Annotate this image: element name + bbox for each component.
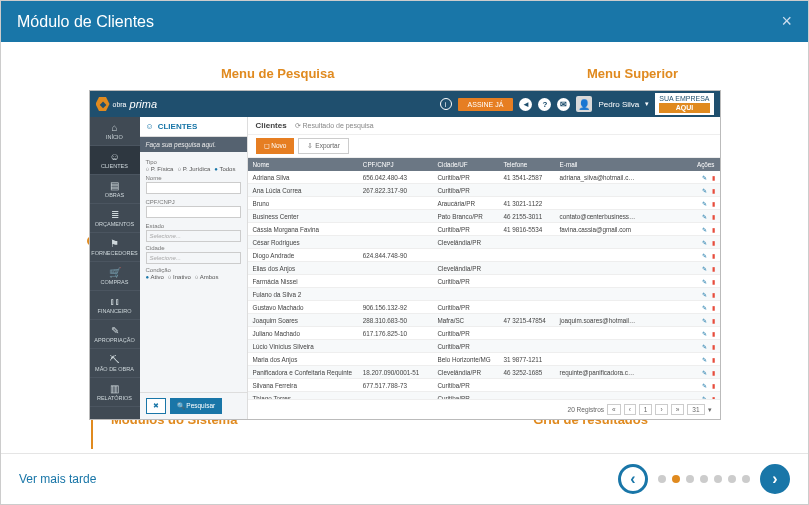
edit-icon[interactable]: ✎ [700,239,707,246]
chevron-down-icon[interactable]: ▾ [708,406,712,414]
column-header-cidade[interactable]: Cidade/UF [433,158,499,171]
edit-icon[interactable]: ✎ [700,278,707,285]
sidebar-item-apropriação[interactable]: ✎APROPRIAÇÃO [90,320,140,349]
radio-option[interactable]: Ambos [195,274,219,280]
tour-dot[interactable] [714,475,722,483]
delete-icon[interactable]: ▮ [708,252,715,259]
delete-icon[interactable]: ▮ [708,200,715,207]
table-row[interactable]: Gustavo Machado906.156.132-92Curitiba/PR… [248,301,720,314]
edit-icon[interactable]: ✎ [700,200,707,207]
company-badge[interactable]: SUA EMPRESA AQUI [655,93,713,115]
table-row[interactable]: Thiago TorresCuritiba/PR✎▮ [248,392,720,400]
delete-icon[interactable]: ▮ [708,291,715,298]
avatar[interactable]: 👤 [576,96,592,112]
table-row[interactable]: BrunoAraucária/PR41 3021-1122✎▮ [248,197,720,210]
delete-icon[interactable]: ▮ [708,226,715,233]
tour-prev-button[interactable]: ‹ [618,464,648,494]
table-row[interactable]: Cássia Morgana FavinaCuritiba/PR41 9816-… [248,223,720,236]
table-row[interactable]: Farmácia NisseiCuritiba/PR✎▮ [248,275,720,288]
table-row[interactable]: Silvana Ferreira677.517.788-73Curitiba/P… [248,379,720,392]
column-header-email[interactable]: E-mail [555,158,666,171]
delete-icon[interactable]: ▮ [708,213,715,220]
sidebar-item-financeiro[interactable]: ⫾⫾FINANCEIRO [90,291,140,320]
sidebar-item-fornecedores[interactable]: ⚑FORNECEDORES [90,233,140,262]
table-row[interactable]: Lúcio Vinícius SilveiraCuritiba/PR✎▮ [248,340,720,353]
cidade-select[interactable]: Selecione... [146,252,241,264]
info-icon[interactable]: i [440,98,452,110]
pager-prev[interactable]: ‹ [624,404,636,415]
column-header-telefone[interactable]: Telefone [498,158,554,171]
sidebar-item-relatórios[interactable]: ▥RELATÓRIOS [90,378,140,407]
search-button[interactable]: 🔍 Pesquisar [170,398,223,414]
table-row[interactable]: Business CenterPato Branco/PR46 2155-301… [248,210,720,223]
sidebar-item-mão de obra[interactable]: ⛏MÃO DE OBRA [90,349,140,378]
delete-icon[interactable]: ▮ [708,265,715,272]
column-header-cpf[interactable]: CPF/CNPJ [358,158,433,171]
table-row[interactable]: Fulano da Silva 2✎▮ [248,288,720,301]
edit-icon[interactable]: ✎ [700,252,707,259]
logo[interactable]: ◆ obraprima [96,97,158,111]
search-input[interactable]: Faça sua pesquisa aqui. [140,137,247,152]
table-row[interactable]: Diogo Andrade624.844.748-90✎▮ [248,249,720,262]
table-row[interactable]: Adriana Silva656.042.480-43Curitiba/PR41… [248,171,720,184]
results-grid[interactable]: NomeCPF/CNPJCidade/UFTelefoneE-mailAções… [248,158,720,399]
nome-input[interactable] [146,182,241,194]
refresh-icon[interactable]: ⟳ [295,122,301,129]
edit-icon[interactable]: ✎ [700,369,707,376]
delete-icon[interactable]: ▮ [708,304,715,311]
pager-last[interactable]: » [671,404,685,415]
table-row[interactable]: César RodriguesClevelândia/PR✎▮ [248,236,720,249]
close-icon[interactable]: × [781,11,792,32]
pager-next[interactable]: › [655,404,667,415]
table-row[interactable]: Maria dos AnjosBelo Horizonte/MG31 9877-… [248,353,720,366]
tour-dot[interactable] [700,475,708,483]
delete-icon[interactable]: ▮ [708,187,715,194]
edit-icon[interactable]: ✎ [700,226,707,233]
help-icon[interactable]: ? [538,98,551,111]
delete-icon[interactable]: ▮ [708,356,715,363]
estado-select[interactable]: Selecione... [146,230,241,242]
edit-icon[interactable]: ✎ [700,265,707,272]
delete-icon[interactable]: ▮ [708,174,715,181]
sidebar-item-orçamentos[interactable]: ≣ORÇAMENTOS [90,204,140,233]
see-later-link[interactable]: Ver mais tarde [19,472,96,486]
page-size[interactable]: 31 [687,404,704,415]
pager-first[interactable]: « [607,404,621,415]
new-button[interactable]: ◻ Novo [256,138,295,154]
radio-option[interactable]: P. Jurídica [177,166,210,172]
edit-icon[interactable]: ✎ [700,187,707,194]
delete-icon[interactable]: ▮ [708,330,715,337]
radio-option[interactable]: P. Física [146,166,174,172]
table-row[interactable]: Juliano Machado617.176.825-10Curitiba/PR… [248,327,720,340]
table-row[interactable]: Elias dos AnjosClevelândia/PR✎▮ [248,262,720,275]
tipo-radios[interactable]: P. FísicaP. JurídicaTodos [146,166,241,172]
delete-icon[interactable]: ▮ [708,343,715,350]
sidebar-item-compras[interactable]: 🛒COMPRAS [90,262,140,291]
delete-icon[interactable]: ▮ [708,239,715,246]
edit-icon[interactable]: ✎ [700,382,707,389]
sidebar-item-obras[interactable]: ▤OBRAS [90,175,140,204]
delete-icon[interactable]: ▮ [708,369,715,376]
column-header-acoes[interactable]: Ações [665,158,719,171]
user-name[interactable]: Pedro Silva [598,100,639,109]
delete-icon[interactable]: ▮ [708,317,715,324]
edit-icon[interactable]: ✎ [700,304,707,311]
notifications-icon[interactable]: ✉ [557,98,570,111]
sidebar-item-início[interactable]: ⌂INÍCIO [90,117,140,146]
table-row[interactable]: Ana Lúcia Correa267.822.317-90Curitiba/P… [248,184,720,197]
edit-icon[interactable]: ✎ [700,291,707,298]
tour-dot[interactable] [686,475,694,483]
radio-option[interactable]: Todos [214,166,235,172]
subscribe-button[interactable]: ASSINE JÁ [458,98,514,111]
radio-option[interactable]: Inativo [168,274,191,280]
chevron-down-icon[interactable]: ▾ [645,100,649,108]
edit-icon[interactable]: ✎ [700,174,707,181]
edit-icon[interactable]: ✎ [700,317,707,324]
edit-icon[interactable]: ✎ [700,343,707,350]
export-button[interactable]: ⇩ Exportar [298,138,348,154]
edit-icon[interactable]: ✎ [700,213,707,220]
pager-page[interactable]: 1 [639,404,653,415]
condicao-radios[interactable]: AtivoInativoAmbos [146,274,241,280]
tour-dot[interactable] [658,475,666,483]
delete-icon[interactable]: ▮ [708,382,715,389]
